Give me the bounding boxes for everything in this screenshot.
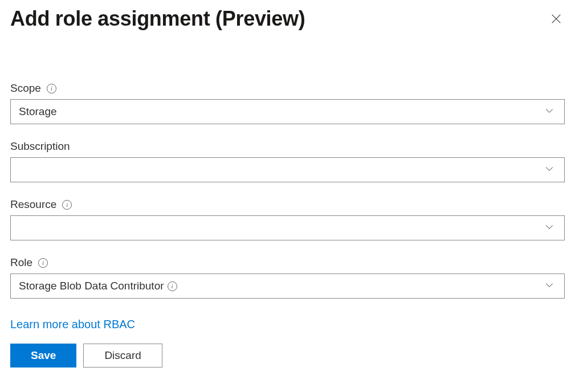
field-subscription-label: Subscription <box>10 140 70 153</box>
info-icon[interactable]: i <box>47 84 56 93</box>
role-select-value: Storage Blob Data Contributor i <box>19 280 177 292</box>
chevron-down-icon <box>544 105 555 119</box>
field-resource-label: Resource <box>10 198 56 211</box>
discard-button[interactable]: Discard <box>83 344 162 368</box>
resource-select[interactable] <box>10 215 565 240</box>
dialog-button-row: Save Discard <box>10 344 565 368</box>
subscription-select[interactable] <box>10 157 565 182</box>
info-icon[interactable]: i <box>38 258 48 268</box>
field-resource: Resource i <box>10 198 565 240</box>
role-select-value-text: Storage Blob Data Contributor <box>19 280 164 292</box>
field-resource-label-row: Resource i <box>10 198 565 211</box>
dialog-header: Add role assignment (Preview) <box>10 7 565 31</box>
field-role-label: Role <box>10 256 32 269</box>
close-button[interactable] <box>548 10 565 27</box>
field-role-label-row: Role i <box>10 256 565 269</box>
scope-select[interactable]: Storage <box>10 99 565 124</box>
role-select[interactable]: Storage Blob Data Contributor i <box>10 273 565 299</box>
close-icon <box>550 13 562 25</box>
field-scope: Scope i Storage <box>10 82 565 124</box>
info-icon[interactable]: i <box>62 200 72 210</box>
learn-more-link[interactable]: Learn more about RBAC <box>10 318 135 331</box>
field-subscription: Subscription <box>10 140 565 182</box>
field-scope-label-row: Scope i <box>10 82 565 95</box>
field-scope-label: Scope <box>10 82 41 95</box>
chevron-down-icon <box>544 279 555 293</box>
chevron-down-icon <box>544 163 555 177</box>
field-role: Role i Storage Blob Data Contributor i <box>10 256 565 299</box>
dialog-title: Add role assignment (Preview) <box>10 7 305 31</box>
chevron-down-icon <box>544 221 555 235</box>
info-icon[interactable]: i <box>168 281 177 291</box>
scope-select-value: Storage <box>19 105 57 118</box>
save-button[interactable]: Save <box>10 344 76 368</box>
field-subscription-label-row: Subscription <box>10 140 565 153</box>
